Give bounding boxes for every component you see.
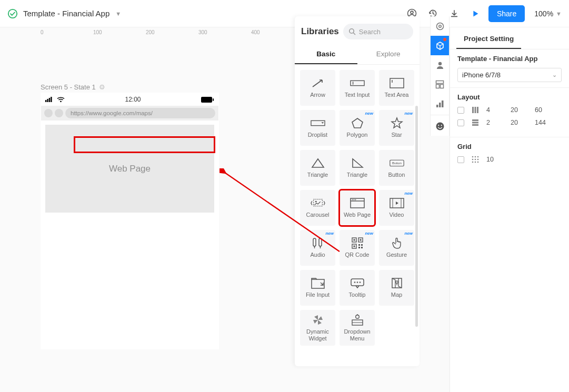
lib-item-triangle2[interactable]: Triangle <box>340 150 375 186</box>
zoom-value: 100% <box>534 9 553 18</box>
lib-item-audio[interactable]: newAudio <box>300 230 335 266</box>
libraries-search[interactable]: Search <box>343 24 413 39</box>
tool-components[interactable] <box>431 36 449 55</box>
lib-item-arrow[interactable]: Arrow <box>300 70 335 106</box>
svg-rect-79 <box>442 100 444 107</box>
map-icon <box>390 277 404 289</box>
svg-rect-13 <box>477 107 478 113</box>
scroll-indicator[interactable] <box>415 106 418 327</box>
svg-rect-59 <box>361 247 363 248</box>
qrcode-icon <box>350 237 365 249</box>
checkbox[interactable] <box>457 156 464 163</box>
svg-point-72 <box>438 25 441 27</box>
svg-rect-53 <box>353 239 355 241</box>
lib-item-polygon[interactable]: newPolygon <box>340 110 375 146</box>
svg-rect-4 <box>47 99 48 102</box>
svg-point-66 <box>395 281 397 283</box>
svg-point-17 <box>472 156 474 158</box>
svg-point-63 <box>356 282 358 284</box>
app-logo-icon <box>7 8 18 19</box>
lib-item-gesture[interactable]: newGesture <box>379 230 414 266</box>
grid-row[interactable]: 10 <box>457 156 562 163</box>
lib-item-label: Triangle <box>307 172 328 178</box>
svg-rect-16 <box>472 124 478 126</box>
lib-item-dropdown[interactable]: Dropdown Menu <box>340 310 375 346</box>
battery-icon <box>201 97 214 103</box>
checkbox[interactable] <box>457 119 464 126</box>
svg-point-81 <box>438 125 439 126</box>
screen-settings-icon[interactable]: ⚙ <box>99 83 105 91</box>
lib-item-triangle1[interactable]: Triangle <box>300 150 335 186</box>
lib-item-dynamic[interactable]: Dynamic Widget <box>300 310 335 346</box>
svg-point-2 <box>411 11 413 14</box>
svg-rect-55 <box>353 246 355 247</box>
device-select[interactable]: iPhone 6/7/8⌄ <box>457 68 562 82</box>
video-icon <box>390 197 404 209</box>
share-button[interactable]: Share <box>488 5 525 22</box>
tooltip-icon <box>350 277 365 289</box>
libraries-title: Libraries <box>301 26 339 37</box>
polygon-icon <box>350 117 365 129</box>
new-badge: new <box>325 231 334 236</box>
svg-rect-31 <box>390 78 404 88</box>
lib-item-droplist[interactable]: Droplist <box>300 110 335 146</box>
phone-statusbar: 12:00 <box>41 93 218 106</box>
svg-point-67 <box>355 315 359 319</box>
lib-item-textinput[interactable]: Text Input <box>340 70 375 106</box>
svg-point-40 <box>352 199 353 200</box>
project-chevron-icon[interactable]: ▼ <box>115 11 121 17</box>
lib-item-qrcode[interactable]: newQR Code <box>340 230 375 266</box>
lib-item-star[interactable]: newStar <box>379 110 414 146</box>
lib-item-label: Audio <box>310 252 325 258</box>
tab-basic[interactable]: Basic <box>295 45 357 64</box>
tool-user[interactable] <box>431 55 449 75</box>
checkbox[interactable] <box>457 107 464 114</box>
inspector-tab-project[interactable]: Project Setting <box>456 27 521 49</box>
button-icon: Button <box>390 157 404 169</box>
lib-item-label: Tooltip <box>349 292 366 298</box>
lib-item-tooltip[interactable]: Tooltip <box>340 270 375 306</box>
lib-item-textarea[interactable]: Text Area <box>379 70 414 106</box>
play-icon[interactable] <box>467 6 483 22</box>
tool-layout[interactable] <box>431 75 449 94</box>
lib-item-webpage[interactable]: Web Page <box>340 190 375 226</box>
lib-item-label: Star <box>391 132 402 138</box>
phone-frame[interactable]: 12:00 https://www.google.com/maps/ Web P… <box>41 93 219 349</box>
tab-explore[interactable]: Explore <box>357 45 420 64</box>
svg-point-25 <box>477 162 479 163</box>
lib-item-button[interactable]: ButtonButton <box>379 150 414 186</box>
svg-point-7 <box>60 100 62 102</box>
lib-item-carousel[interactable]: Carousel <box>300 190 335 226</box>
grid-icon <box>471 156 480 163</box>
audio-icon <box>311 237 325 249</box>
url-bar[interactable]: https://www.google.com/maps/ <box>65 108 215 118</box>
carousel-icon <box>311 197 325 209</box>
svg-point-64 <box>359 282 361 284</box>
svg-rect-29 <box>350 81 364 86</box>
svg-rect-76 <box>441 85 444 88</box>
lib-item-map[interactable]: Map <box>379 270 414 306</box>
project-name[interactable]: Template - Financial App <box>23 9 109 18</box>
tool-target[interactable] <box>431 16 449 36</box>
status-time: 12:00 <box>125 96 141 103</box>
triangle2-icon <box>350 157 365 169</box>
layout-row-cols[interactable]: 4 20 60 <box>457 106 562 114</box>
svg-point-21 <box>475 159 476 160</box>
svg-point-62 <box>354 282 355 284</box>
lib-item-label: Button <box>388 172 405 178</box>
lib-item-label: Dynamic Widget <box>300 328 335 341</box>
svg-point-41 <box>353 199 354 200</box>
svg-point-22 <box>477 159 479 160</box>
svg-point-24 <box>475 162 476 163</box>
tool-emoji[interactable] <box>431 116 449 136</box>
tab-circle-icon <box>44 109 53 117</box>
tool-assets[interactable] <box>431 94 449 114</box>
screen-label[interactable]: Screen 5 - State 1 ⚙ <box>41 83 105 91</box>
svg-point-20 <box>472 159 474 160</box>
zoom-level[interactable]: 100%▼ <box>534 9 562 18</box>
wifi-icon <box>57 97 65 103</box>
lib-item-fileinput[interactable]: File Input <box>300 270 335 306</box>
lib-item-video[interactable]: newVideo <box>379 190 414 226</box>
svg-line-28 <box>313 80 322 87</box>
layout-row-rows[interactable]: 2 20 144 <box>457 119 562 126</box>
